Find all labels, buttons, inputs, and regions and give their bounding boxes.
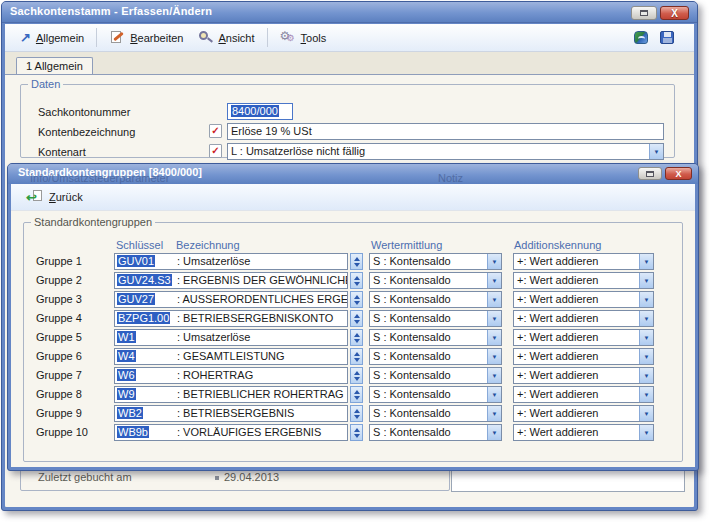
dropdown-button[interactable]: ▼ <box>487 406 501 421</box>
dropdown-button[interactable]: ▼ <box>639 311 653 326</box>
dropdown-button[interactable]: ▼ <box>639 425 653 440</box>
dialog-close-button[interactable]: X <box>665 167 692 180</box>
close-icon: X <box>675 169 681 179</box>
dropdown-button[interactable]: ▼ <box>487 425 501 440</box>
tab-allgemein[interactable]: 1 Allgemein <box>16 57 93 75</box>
chevron-down-icon: ▼ <box>654 149 660 155</box>
key-input[interactable]: GUV01: Umsatzerlöse <box>114 253 348 270</box>
dropdown-button[interactable]: ▼ <box>487 311 501 326</box>
key-spinner[interactable] <box>350 424 363 441</box>
key-spinner[interactable] <box>350 329 363 346</box>
dropdown-button[interactable]: ▼ <box>487 273 501 288</box>
dropdown-button[interactable]: ▼ <box>487 368 501 383</box>
dropdown-button[interactable]: ▼ <box>639 387 653 402</box>
dropdown-button[interactable]: ▼ <box>639 273 653 288</box>
key-spinner[interactable] <box>350 291 363 308</box>
dropdown-button[interactable]: ▼ <box>487 330 501 345</box>
chevron-down-icon: ▼ <box>644 335 650 341</box>
dialog-titlebar[interactable]: Standardkontengruppen [8400/000] Info/Um… <box>8 164 698 184</box>
chevron-down-icon: ▼ <box>644 411 650 417</box>
wertermittlung-select[interactable]: S : Kontensaldo ▼ <box>369 386 502 403</box>
kontenbezeichnung-input[interactable]: Erlöse 19 % USt <box>227 123 664 140</box>
wertermittlung-select[interactable]: S : Kontensaldo ▼ <box>369 253 502 270</box>
checkmark-icon[interactable]: ✓ <box>209 124 222 138</box>
key-input[interactable]: GUV24.S3: ERGEBNIS DER GEWÖHNLICHEN GES <box>114 272 348 289</box>
menu-allgemein[interactable]: ↗ Allgemein <box>13 28 91 47</box>
key-value: WB2 <box>117 407 143 419</box>
menu-tools[interactable]: ⚙⚙ Tools <box>273 27 334 48</box>
wertermittlung-value: S : Kontensaldo <box>373 349 485 364</box>
dialog-restore-button[interactable] <box>638 167 662 180</box>
key-input[interactable]: BZPG1.00: BETRIEBSERGEBNISKONTO <box>114 310 348 327</box>
dropdown-button[interactable]: ▼ <box>639 254 653 269</box>
additionskennung-select[interactable]: +: Wert addieren ▼ <box>513 424 654 441</box>
group-label: Gruppe 5 <box>36 329 82 346</box>
key-input[interactable]: W6: ROHERTRAG <box>114 367 348 384</box>
close-button[interactable]: X <box>660 6 689 20</box>
dropdown-button[interactable]: ▼ <box>639 292 653 307</box>
key-spinner[interactable] <box>350 367 363 384</box>
key-spinner[interactable] <box>350 348 363 365</box>
save-icon[interactable] <box>660 31 674 44</box>
chevron-down-icon: ▼ <box>492 411 498 417</box>
spinner-up-icon <box>354 428 360 432</box>
main-titlebar[interactable]: Sachkontenstamm - Erfassen/Ändern X <box>2 2 697 23</box>
wertermittlung-select[interactable]: S : Kontensaldo ▼ <box>369 367 502 384</box>
zuletzt-gebucht-label: Zuletzt gebucht am <box>38 470 132 485</box>
key-input[interactable]: WB2: BETRIEBSERGEBNIS <box>114 405 348 422</box>
dropdown-button[interactable]: ▼ <box>639 349 653 364</box>
key-spinner[interactable] <box>350 253 363 270</box>
zurueck-button[interactable]: ↩ Zurück <box>21 188 89 206</box>
additionskennung-select[interactable]: +: Wert addieren ▼ <box>513 253 654 270</box>
dropdown-button[interactable]: ▼ <box>649 144 663 159</box>
checkmark-icon[interactable]: ✓ <box>209 144 222 158</box>
additionskennung-select[interactable]: +: Wert addieren ▼ <box>513 272 654 289</box>
dropdown-button[interactable]: ▼ <box>487 292 501 307</box>
key-input[interactable]: WB9b: VORLÄUFIGES ERGEBNIS <box>114 424 348 441</box>
key-spinner[interactable] <box>350 386 363 403</box>
sachkontonummer-input[interactable]: 8400/000 <box>227 103 293 120</box>
dropdown-button[interactable]: ▼ <box>487 254 501 269</box>
wertermittlung-select[interactable]: S : Kontensaldo ▼ <box>369 272 502 289</box>
key-input[interactable]: W9: BETRIEBLICHER ROHERTRAG <box>114 386 348 403</box>
spinner-down-icon <box>354 434 360 438</box>
dropdown-button[interactable]: ▼ <box>639 406 653 421</box>
additionskennung-select[interactable]: +: Wert addieren ▼ <box>513 291 654 308</box>
menu-ansicht[interactable]: Ansicht <box>190 27 261 48</box>
dropdown-button[interactable]: ▼ <box>487 349 501 364</box>
menu-bearbeiten[interactable]: Bearbeiten <box>102 27 190 48</box>
dialog-toolbar: ↩ Zurück <box>11 184 695 211</box>
key-input[interactable]: W4: GESAMTLEISTUNG <box>114 348 348 365</box>
additionskennung-select[interactable]: +: Wert addieren ▼ <box>513 329 654 346</box>
kontenart-select[interactable]: L : Umsatzerlöse nicht fällig ▼ <box>227 143 664 160</box>
restore-button[interactable] <box>631 6 657 20</box>
toolbar-separator <box>96 28 97 47</box>
wertermittlung-select[interactable]: S : Kontensaldo ▼ <box>369 291 502 308</box>
spinner-up-icon <box>354 409 360 413</box>
dropdown-button[interactable]: ▼ <box>639 330 653 345</box>
key-input[interactable]: W1: Umsatzerlöse <box>114 329 348 346</box>
key-spinner[interactable] <box>350 310 363 327</box>
wertermittlung-select[interactable]: S : Kontensaldo ▼ <box>369 424 502 441</box>
wertermittlung-value: S : Kontensaldo <box>373 387 485 402</box>
dialog-body: ↩ Zurück Standardkontengruppen Schlüssel… <box>11 184 695 467</box>
globe-icon[interactable] <box>634 31 648 44</box>
dropdown-button[interactable]: ▼ <box>639 368 653 383</box>
wertermittlung-select[interactable]: S : Kontensaldo ▼ <box>369 348 502 365</box>
key-input[interactable]: GUV27: AUSSERORDENTLICHES ERGEBNIS <box>114 291 348 308</box>
key-spinner[interactable] <box>350 405 363 422</box>
additionskennung-select[interactable]: +: Wert addieren ▼ <box>513 386 654 403</box>
wertermittlung-select[interactable]: S : Kontensaldo ▼ <box>369 329 502 346</box>
key-spinner[interactable] <box>350 272 363 289</box>
toolbar-separator <box>267 28 268 47</box>
spinner-up-icon <box>354 390 360 394</box>
additionskennung-select[interactable]: +: Wert addieren ▼ <box>513 405 654 422</box>
wertermittlung-value: S : Kontensaldo <box>373 292 485 307</box>
additionskennung-select[interactable]: +: Wert addieren ▼ <box>513 367 654 384</box>
additionskennung-value: +: Wert addieren <box>517 254 637 269</box>
wertermittlung-select[interactable]: S : Kontensaldo ▼ <box>369 405 502 422</box>
wertermittlung-select[interactable]: S : Kontensaldo ▼ <box>369 310 502 327</box>
dropdown-button[interactable]: ▼ <box>487 387 501 402</box>
additionskennung-select[interactable]: +: Wert addieren ▼ <box>513 348 654 365</box>
additionskennung-select[interactable]: +: Wert addieren ▼ <box>513 310 654 327</box>
